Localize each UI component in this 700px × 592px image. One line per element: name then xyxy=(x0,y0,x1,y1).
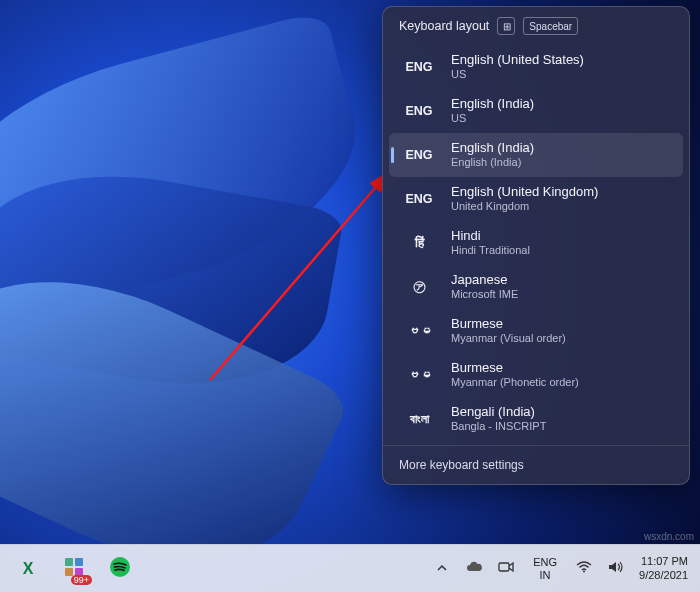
clock-time: 11:07 PM xyxy=(639,555,688,568)
layout-sublabel: English (India) xyxy=(451,156,534,170)
speaker-icon xyxy=(608,560,624,577)
layout-sublabel: United Kingdom xyxy=(451,200,598,214)
layout-item[interactable]: ENGEnglish (India)US xyxy=(389,89,683,133)
layout-list: ENGEnglish (United States)USENGEnglish (… xyxy=(383,41,689,445)
win-keycap-icon: ⊞ xyxy=(497,17,515,35)
language-indicator-line2: IN xyxy=(540,569,551,581)
language-indicator-line1: ENG xyxy=(533,556,557,568)
svg-rect-2 xyxy=(75,558,83,566)
language-indicator-button[interactable]: ENG IN xyxy=(525,556,565,580)
layout-item[interactable]: ㋐JapaneseMicrosoft IME xyxy=(389,265,683,309)
excel-taskbar-button[interactable]: X xyxy=(8,549,48,589)
chevron-up-icon xyxy=(437,561,447,576)
taskbar: X 99+ xyxy=(0,544,700,592)
layout-code: ㋐ xyxy=(401,279,437,296)
layout-name: English (United Kingdom) xyxy=(451,184,598,200)
layout-sublabel: Microsoft IME xyxy=(451,288,518,302)
layout-sublabel: Hindi Traditional xyxy=(451,244,530,258)
svg-rect-1 xyxy=(65,558,73,566)
layout-sublabel: Bangla - INSCRIPT xyxy=(451,420,546,434)
layout-code: ENG xyxy=(401,192,437,206)
excel-icon: X xyxy=(23,560,34,578)
layout-code: हिं xyxy=(401,236,437,251)
camera-icon xyxy=(498,561,514,576)
svg-rect-3 xyxy=(65,568,73,576)
layout-item[interactable]: বাংলাBengali (India)Bangla - INSCRIPT xyxy=(389,397,683,441)
taskbar-right-group: ENG IN 11:07 PM 9/28/2021 xyxy=(429,549,692,589)
watermark-text: wsxdn.com xyxy=(644,531,694,542)
wifi-tray-icon[interactable] xyxy=(571,549,597,589)
clock-tray-button[interactable]: 11:07 PM 9/28/2021 xyxy=(635,555,692,581)
layout-sublabel: US xyxy=(451,68,584,82)
layout-code: ENG xyxy=(401,148,437,162)
spotify-icon xyxy=(109,556,131,582)
desktop-wallpaper: Keyboard layout ⊞ Spacebar ENGEnglish (U… xyxy=(0,0,700,592)
layout-name: Burmese xyxy=(451,360,579,376)
layout-code: ENG xyxy=(401,104,437,118)
layout-item[interactable]: ဗမBurmeseMyanmar (Phonetic order) xyxy=(389,353,683,397)
layout-sublabel: Myanmar (Phonetic order) xyxy=(451,376,579,390)
taskbar-left-group: X 99+ xyxy=(8,549,140,589)
layout-name: English (India) xyxy=(451,96,534,112)
layout-item[interactable]: ENGEnglish (India)English (India) xyxy=(389,133,683,177)
volume-tray-icon[interactable] xyxy=(603,549,629,589)
layout-name: English (United States) xyxy=(451,52,584,68)
layout-item[interactable]: ဗမBurmeseMyanmar (Visual order) xyxy=(389,309,683,353)
layout-name: Bengali (India) xyxy=(451,404,546,420)
svg-point-7 xyxy=(583,571,585,573)
layout-name: Japanese xyxy=(451,272,518,288)
layout-name: Hindi xyxy=(451,228,530,244)
keyboard-layout-flyout: Keyboard layout ⊞ Spacebar ENGEnglish (U… xyxy=(382,6,690,485)
spotify-taskbar-button[interactable] xyxy=(100,549,140,589)
more-keyboard-settings-link[interactable]: More keyboard settings xyxy=(383,445,689,484)
widgets-taskbar-button[interactable]: 99+ xyxy=(54,549,94,589)
wifi-icon xyxy=(576,561,592,576)
layout-code: বাংলা xyxy=(401,412,437,426)
layout-item[interactable]: ENGEnglish (United States)US xyxy=(389,45,683,89)
layout-name: Burmese xyxy=(451,316,566,332)
onedrive-tray-icon[interactable] xyxy=(461,549,487,589)
flyout-header: Keyboard layout ⊞ Spacebar xyxy=(383,7,689,41)
meet-now-tray-icon[interactable] xyxy=(493,549,519,589)
layout-sublabel: Myanmar (Visual order) xyxy=(451,332,566,346)
cloud-icon xyxy=(466,561,482,576)
layout-item[interactable]: ENGEnglish (United Kingdom)United Kingdo… xyxy=(389,177,683,221)
tray-overflow-button[interactable] xyxy=(429,549,455,589)
layout-code: ENG xyxy=(401,60,437,74)
layout-code: ဗမ xyxy=(401,368,437,382)
layout-name: English (India) xyxy=(451,140,534,156)
svg-rect-6 xyxy=(499,563,509,571)
clock-date: 9/28/2021 xyxy=(639,569,688,582)
widgets-badge-count: 99+ xyxy=(71,575,92,585)
layout-sublabel: US xyxy=(451,112,534,126)
spacebar-keycap: Spacebar xyxy=(523,17,578,35)
layout-item[interactable]: हिंHindiHindi Traditional xyxy=(389,221,683,265)
layout-code: ဗမ xyxy=(401,324,437,338)
flyout-title: Keyboard layout xyxy=(399,19,489,33)
